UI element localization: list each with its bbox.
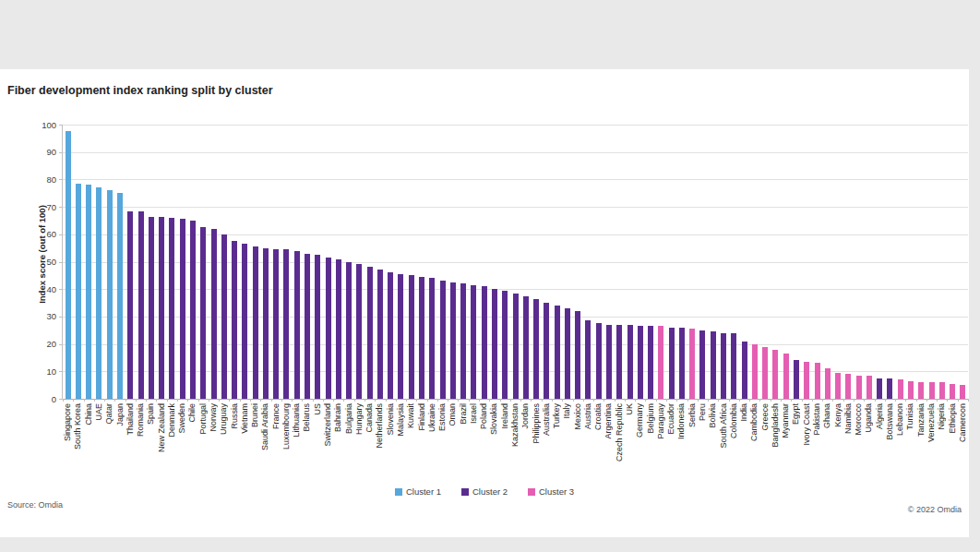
x-label-bahrain: Bahrain [333,403,342,432]
bar-belarus [305,254,310,399]
x-tick-mark [323,399,324,402]
x-tick-mark [531,399,532,402]
x-tick-mark [94,399,95,402]
bar-uae [96,187,102,399]
bar-vietnam [242,244,247,399]
x-tick-mark [458,399,459,402]
x-tick-mark [448,399,448,402]
bar-bahrain [336,259,341,399]
x-label-croatia: Croatia [593,403,603,430]
y-tick-label-40: 40 [29,284,56,294]
x-label-belarus: Belarus [302,403,311,432]
bar-portugal [200,227,206,399]
bar-serbia [689,329,695,399]
x-tick-mark [209,399,209,402]
bar-bolivia [711,331,716,399]
bar-ethiopia [950,384,955,399]
x-tick-mark [510,399,511,402]
bar-tunisia [908,381,914,399]
bar-greece [762,347,768,399]
x-tick-mark [615,399,615,402]
bar-colombia [731,333,736,399]
x-label-sweden: Sweden [177,403,186,434]
x-tick-mark [489,399,490,402]
x-tick-mark [552,399,553,402]
bar-singapore [66,131,71,399]
x-tick-mark [375,399,376,402]
x-tick-mark [812,399,813,402]
x-label-brunei: Brunei [250,403,259,427]
x-tick-mark [916,399,917,402]
x-tick-mark [292,399,293,402]
x-tick-mark [260,399,261,402]
x-tick-mark [542,399,543,402]
bar-kuwait [409,275,414,399]
x-label-france: France [271,403,281,429]
bar-spain [149,217,154,400]
bar-pakistan [815,363,820,399]
x-tick-mark [687,399,688,402]
x-label-tanzania: Tanzania [916,403,926,437]
bar-finland [419,277,424,399]
bar-poland [482,286,487,399]
x-label-south-africa: South Africa [719,403,728,449]
x-label-india: India [739,403,748,422]
x-tick-mark [302,399,303,402]
x-label-ireland: Ireland [500,403,509,429]
x-tick-mark [469,399,470,402]
bar-ireland [502,291,508,399]
page: Fiber development index ranking split by… [0,0,980,552]
x-tick-mark [958,399,959,402]
x-label-bulgaria: Bulgaria [344,403,353,434]
x-label-colombia: Colombia [729,403,738,438]
bar-uganda [866,376,872,399]
x-label-vietnam: Vietnam [240,403,249,434]
y-tick-label-100: 100 [29,120,56,130]
legend-label: Cluster 3 [539,486,574,497]
y-tick-label-60: 60 [29,229,56,239]
x-tick-mark [739,399,740,402]
x-label-ethiopia: Ethiopia [948,403,957,434]
x-label-us: US [313,403,322,415]
x-tick-mark [114,399,115,402]
bar-tanzania [918,382,924,399]
x-tick-mark [645,399,646,402]
x-tick-mark [625,399,626,402]
x-label-south-korea: South Korea [73,403,82,450]
copyright-note: © 2022 Omdia [908,505,962,514]
bar-qatar [107,190,113,399]
x-label-switzerland: Switzerland [323,403,332,447]
bar-cambodia [752,344,758,399]
x-label-nigeria: Nigeria [937,403,946,430]
bar-us [315,255,320,399]
x-tick-mark [63,399,64,402]
x-label-norway: Norway [209,403,218,432]
x-label-estonia: Estonia [437,403,447,431]
x-label-slovakia: Slovakia [489,403,498,435]
bar-malaysia [398,274,403,399]
x-tick-mark [875,399,876,402]
x-tick-mark [479,399,480,402]
x-tick-mark [676,399,677,402]
x-tick-mark [781,399,782,402]
x-label-peru: Peru [698,403,707,421]
x-label-hungary: Hungary [354,403,364,435]
x-tick-mark [822,399,823,402]
x-label-ecuador: Ecuador [666,403,675,435]
x-label-serbia: Serbia [687,403,697,427]
bar-russia [232,241,237,399]
x-label-russia: Russia [230,403,239,429]
x-label-lebanon: Lebanon [895,403,904,436]
x-tick-mark [333,399,334,402]
bar-venezuela [929,382,935,399]
x-tick-mark [177,399,178,402]
x-tick-mark [313,399,314,402]
x-label-venezuela: Venezuela [926,403,936,442]
x-label-argentina: Argentina [604,403,613,439]
x-label-denmark: Denmark [167,403,176,438]
x-label-spain: Spain [146,403,155,425]
bar-lithuania [294,251,300,399]
x-label-indonesia: Indonesia [676,403,686,439]
bar-brunei [253,246,258,399]
y-tick-label-50: 50 [29,257,56,267]
